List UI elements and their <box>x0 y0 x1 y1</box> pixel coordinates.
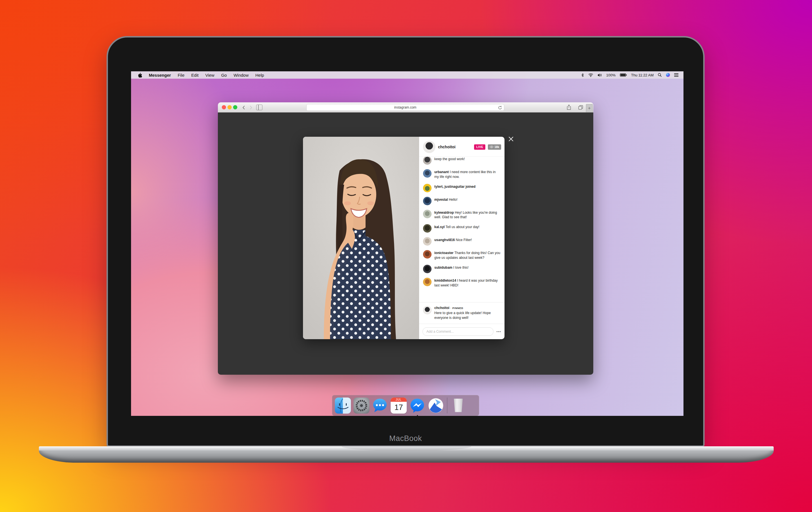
avatar[interactable] <box>423 265 432 273</box>
spotlight-icon[interactable] <box>658 73 662 77</box>
battery-percentage: 100% <box>606 73 615 77</box>
refresh-icon[interactable] <box>498 106 502 111</box>
close-window-button[interactable] <box>222 105 226 109</box>
live-username[interactable]: chchoitoi <box>438 145 456 149</box>
url-text: instagram.com <box>394 106 416 109</box>
macbook-label: MacBook <box>107 434 705 443</box>
desktop-screen: Messenger File Edit View Go Window Help … <box>131 71 684 416</box>
avatar[interactable] <box>423 184 432 192</box>
notification-center-icon[interactable] <box>674 73 678 78</box>
calendar-icon[interactable]: JUL 17 <box>390 398 407 414</box>
avatar[interactable] <box>423 306 432 314</box>
menu-clock[interactable]: Thu 11:22 AM <box>631 73 654 77</box>
menu-app-name[interactable]: Messenger <box>149 73 171 78</box>
avatar[interactable] <box>423 157 432 165</box>
more-options-button[interactable]: ••• <box>496 330 501 334</box>
avatar[interactable] <box>423 224 432 233</box>
address-bar[interactable]: instagram.com <box>307 104 504 111</box>
forward-icon[interactable] <box>248 104 254 111</box>
dock: JUL 17 <box>332 395 479 416</box>
zoom-window-button[interactable] <box>233 105 237 109</box>
new-tab-icon[interactable]: + <box>586 104 593 113</box>
comment-composer: ••• <box>419 324 504 339</box>
siri-icon[interactable] <box>666 73 670 77</box>
comment-row: kylewaldrop Hey! Looks like you're doing… <box>423 210 500 220</box>
comment-row: usanghvi816 Nice Filter! <box>423 237 500 246</box>
live-video[interactable] <box>303 137 419 339</box>
comment-row: urbanant I need more content like this i… <box>423 169 500 179</box>
messenger-icon[interactable] <box>409 398 425 414</box>
pinned-comment: chchoitoi · PINNED Here to give a quick … <box>419 302 504 324</box>
trash-icon[interactable] <box>451 398 466 414</box>
live-badge: LIVE <box>474 144 485 150</box>
minimize-window-button[interactable] <box>228 105 232 109</box>
comment-row: kal.syl Tell us about your day! <box>423 224 500 233</box>
menu-go[interactable]: Go <box>221 73 227 78</box>
comments-list[interactable]: keep the good work! urbanant I need more… <box>419 157 504 302</box>
pinned-username[interactable]: chchoitoi <box>434 306 449 310</box>
browser-viewport: chchoitoi LIVE 18k keep the good work! <box>218 113 593 375</box>
viewer-count-badge: 18k <box>488 144 501 150</box>
live-header: chchoitoi LIVE 18k <box>419 137 504 157</box>
comment-row: keep the good work! <box>423 157 500 165</box>
menu-view[interactable]: View <box>205 73 214 78</box>
pinned-tag: PINNED <box>452 307 463 310</box>
avatar[interactable] <box>423 141 435 153</box>
menu-help[interactable]: Help <box>255 73 264 78</box>
joined-notice-row: tylert, justinaguilar joined <box>423 184 500 192</box>
safari-window: instagram.com + <box>218 102 593 375</box>
share-icon[interactable] <box>567 105 571 110</box>
navigation-app-icon[interactable] <box>428 398 444 414</box>
battery-icon <box>620 73 627 77</box>
comment-input[interactable] <box>423 327 494 336</box>
avatar[interactable] <box>423 237 432 246</box>
running-indicator <box>417 415 418 416</box>
comment-row: kmiddleton14 I heard it was your birthda… <box>423 278 500 288</box>
menu-window[interactable]: Window <box>234 73 249 78</box>
sidebar-icon[interactable] <box>256 105 262 110</box>
back-icon[interactable] <box>240 104 246 111</box>
messages-icon[interactable] <box>372 398 388 414</box>
close-icon[interactable] <box>508 136 514 142</box>
system-preferences-icon[interactable] <box>353 398 370 414</box>
avatar[interactable] <box>423 197 432 205</box>
live-stream-modal: chchoitoi LIVE 18k keep the good work! <box>303 137 504 339</box>
comment-row: ionictoaster Thanks for doing this! Can … <box>423 250 500 260</box>
safari-titlebar[interactable]: instagram.com + <box>218 102 593 113</box>
comment-row: mjvestal Hello! <box>423 197 500 205</box>
bluetooth-icon[interactable] <box>581 73 584 77</box>
apple-menu-icon[interactable] <box>138 73 142 78</box>
avatar[interactable] <box>423 169 432 178</box>
avatar[interactable] <box>423 250 432 259</box>
pinned-text: Here to give a quick life update! Hope e… <box>434 311 500 320</box>
macbook-base <box>39 446 774 463</box>
calendar-day: 17 <box>390 402 407 413</box>
comment-row: subidubam I love this! <box>423 265 500 273</box>
finder-icon[interactable] <box>335 398 351 414</box>
eye-icon <box>490 146 493 148</box>
menu-edit[interactable]: Edit <box>192 73 199 78</box>
avatar[interactable] <box>423 210 432 218</box>
calendar-month: JUL <box>390 398 407 402</box>
tabs-icon[interactable] <box>578 105 583 110</box>
live-comments-panel: chchoitoi LIVE 18k keep the good work! <box>419 137 504 339</box>
volume-icon[interactable] <box>598 73 602 77</box>
avatar[interactable] <box>423 278 432 286</box>
wifi-icon[interactable] <box>588 73 593 77</box>
menu-file[interactable]: File <box>178 73 184 78</box>
menu-bar: Messenger File Edit View Go Window Help … <box>131 71 684 79</box>
